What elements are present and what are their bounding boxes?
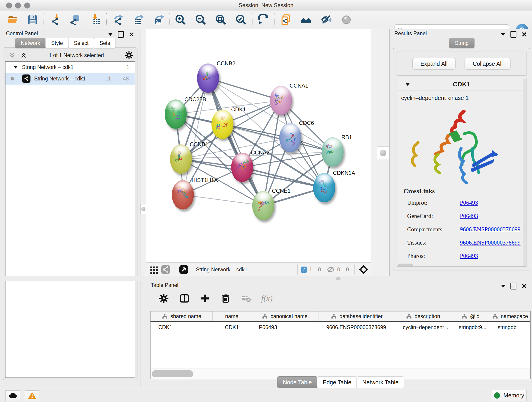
add-column-plus-icon[interactable]: [199, 293, 211, 304]
import-network-button[interactable]: [49, 14, 61, 26]
cloud-button[interactable]: [6, 390, 20, 401]
save-session-button[interactable]: [27, 14, 38, 26]
node-RB1[interactable]: [322, 137, 344, 167]
collapse-all-button[interactable]: Collapse All: [465, 58, 511, 70]
hidden-eye-icon[interactable]: [326, 265, 335, 274]
zoom-selected-button[interactable]: [235, 14, 247, 26]
crosslink-link[interactable]: 9606.ENSP00000378699: [460, 239, 520, 246]
table-close-icon[interactable]: [521, 283, 527, 289]
export-table-button[interactable]: [132, 14, 144, 26]
node-CDKN1A[interactable]: [313, 173, 335, 202]
table-cell[interactable]: 9606.ENSP00000378699: [318, 324, 395, 331]
table-cell[interactable]: stringdb: [490, 324, 530, 331]
results-float-icon[interactable]: [510, 31, 516, 38]
refresh-view-button[interactable]: [258, 14, 269, 26]
column-header-namespace[interactable]: namespace: [490, 312, 530, 321]
node-CCNA1[interactable]: [270, 86, 292, 115]
table-cell[interactable]: P06493: [251, 324, 318, 331]
table-options-gear-icon[interactable]: [158, 293, 170, 304]
column-header--id[interactable]: @id: [451, 312, 490, 321]
column-header-shared-name[interactable]: shared name: [151, 312, 213, 321]
window-zoom-button[interactable]: [24, 2, 30, 8]
node-CDC25B[interactable]: [165, 99, 187, 129]
gene-entry-collapse-icon[interactable]: [405, 83, 410, 86]
import-table-button[interactable]: [89, 14, 101, 26]
export-network-button[interactable]: [112, 14, 124, 26]
node-CCNA2[interactable]: [231, 153, 253, 182]
clone-network-button[interactable]: [280, 14, 292, 26]
column-header-description[interactable]: description: [395, 312, 451, 321]
show-columns-icon[interactable]: [179, 293, 190, 304]
right-splitter-handle[interactable]: [377, 147, 389, 159]
hide-glasses-button[interactable]: [320, 14, 332, 26]
tab-select[interactable]: Select: [68, 38, 94, 48]
table-row[interactable]: CDK1CDK1P064939606.ENSP00000378699cyclin…: [151, 322, 530, 332]
tab-style[interactable]: Style: [45, 38, 69, 48]
tab-sets[interactable]: Sets: [94, 38, 116, 48]
panel-close-icon[interactable]: [129, 32, 134, 37]
window-minimize-button[interactable]: [15, 2, 21, 8]
birdseye-crosshair-icon[interactable]: [358, 264, 369, 275]
panel-float-icon[interactable]: [118, 31, 124, 38]
collapse-all-networks-icon[interactable]: [6, 50, 18, 61]
table-cell[interactable]: CDK1: [213, 324, 251, 331]
zoom-fit-button[interactable]: [215, 14, 227, 26]
tab-edge-table[interactable]: Edge Table: [317, 376, 357, 388]
memory-button[interactable]: Memory: [492, 390, 526, 401]
tab-network-table[interactable]: Network Table: [356, 376, 404, 388]
open-session-button[interactable]: [6, 14, 18, 26]
table-collapse-icon[interactable]: [501, 285, 505, 287]
table-cell[interactable]: cyclin–dependent ...: [395, 324, 451, 331]
table-cell[interactable]: stringdb:9...: [451, 324, 490, 331]
window-close-button[interactable]: [6, 2, 12, 8]
network-share-icon[interactable]: [160, 264, 171, 275]
vertical-splitter[interactable]: [389, 29, 391, 276]
detach-view-icon[interactable]: [178, 264, 190, 275]
results-horizontal-scroll-thumb[interactable]: [398, 264, 413, 266]
memory-status-dot: [494, 392, 500, 399]
zoom-out-button[interactable]: [195, 14, 207, 26]
horizontal-splitter-handle[interactable]: [336, 277, 341, 280]
results-close-icon[interactable]: [521, 32, 527, 37]
tab-node-table[interactable]: Node Table: [277, 376, 317, 388]
network-options-gear-icon[interactable]: [123, 50, 135, 61]
panel-collapse-icon[interactable]: [108, 33, 113, 36]
network-row-selected[interactable]: String Network – cdk1 11 48: [6, 73, 135, 85]
selected-checkbox[interactable]: ✓: [301, 267, 307, 273]
warning-button[interactable]: [25, 390, 39, 401]
column-header-database-identifier[interactable]: database identifier: [318, 312, 395, 321]
table-float-icon[interactable]: [510, 283, 516, 289]
column-header-canonical-name[interactable]: canonical name: [251, 312, 318, 321]
collection-expand-icon[interactable]: [13, 66, 18, 69]
import-database-button[interactable]: [69, 14, 81, 26]
delete-column-trash-icon[interactable]: [220, 293, 231, 304]
expand-all-button[interactable]: Expand All: [412, 58, 456, 70]
zoom-in-button[interactable]: [175, 14, 186, 26]
grid-view-icon[interactable]: [148, 264, 160, 275]
network-canvas[interactable]: CCNB2CCNA1CDC25BCDK1CDC6RB1CCNB1CCNA2HIS…: [146, 29, 371, 262]
crosslink-link[interactable]: P06493: [460, 213, 478, 220]
crosslink-link[interactable]: P06493: [460, 253, 478, 259]
node-CCNB2[interactable]: [197, 64, 219, 93]
birdseye-button[interactable]: [341, 14, 352, 26]
tab-network[interactable]: Network: [15, 38, 46, 48]
network-collection-row[interactable]: String Network – cdk1 1: [6, 62, 135, 73]
node-CDC6[interactable]: [279, 123, 301, 153]
expand-all-networks-icon[interactable]: [18, 50, 29, 61]
column-header-name[interactable]: name: [213, 312, 251, 321]
node-CDK1[interactable]: [211, 109, 234, 139]
node-HIST1H1A[interactable]: [172, 180, 194, 210]
horizontal-splitter[interactable]: [0, 276, 532, 281]
table-cell[interactable]: CDK1: [151, 324, 213, 331]
left-splitter-handle[interactable]: [140, 204, 146, 214]
results-vertical-scrollbar[interactable]: [523, 79, 526, 266]
crosslink-link[interactable]: P06493: [460, 199, 478, 206]
node-CCNB1[interactable]: [170, 144, 192, 174]
node-CCNE1[interactable]: [252, 191, 274, 220]
tab-string[interactable]: String: [449, 38, 474, 48]
crosslink-link[interactable]: 9606.ENSP00000378699: [460, 226, 520, 233]
control-panel-tabs: NetworkStyleSelectSets: [15, 38, 115, 48]
results-collapse-icon[interactable]: [501, 33, 505, 36]
export-image-button[interactable]: [152, 14, 164, 26]
string-homes-button[interactable]: [300, 14, 312, 26]
